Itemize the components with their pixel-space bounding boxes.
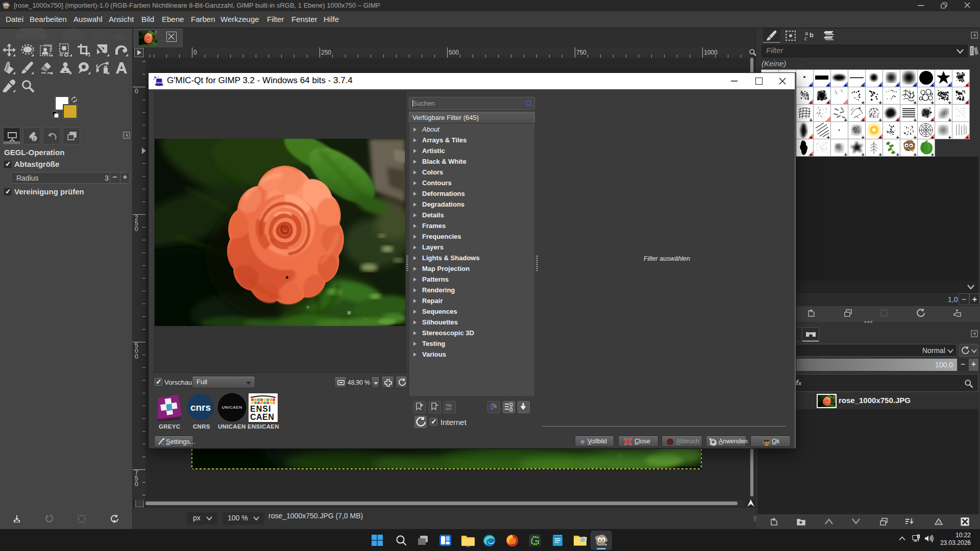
svg-text:CAEN: CAEN	[250, 413, 274, 421]
svg-text:cnrs: cnrs	[190, 402, 211, 413]
svg-text:UNICAEN: UNICAEN	[222, 405, 242, 410]
svg-text:Abc: Abc	[446, 403, 452, 407]
svg-text:Def: Def	[446, 407, 452, 411]
svg-text:ENSI: ENSI	[250, 405, 271, 413]
